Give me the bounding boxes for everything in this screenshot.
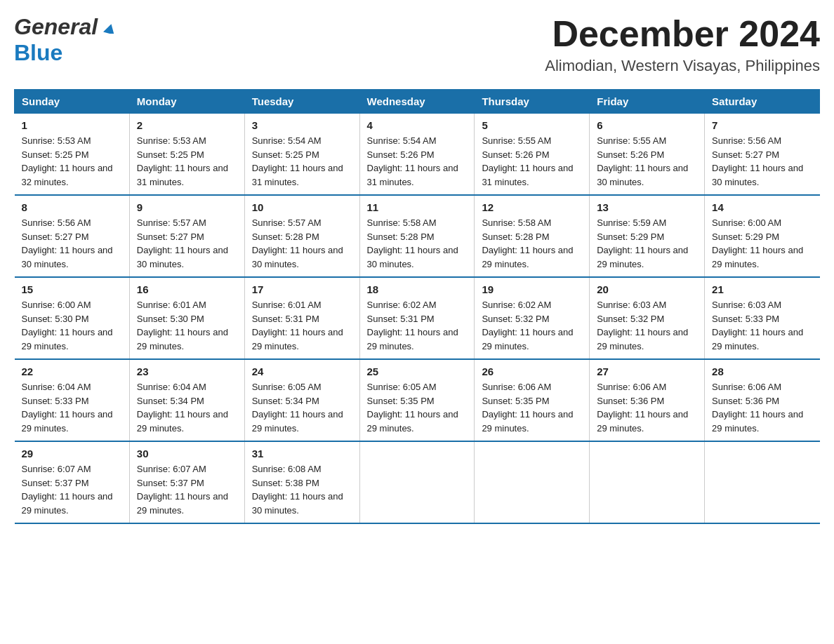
sunrise-label: Sunrise: 5:59 AM (597, 217, 666, 228)
sunrise-label: Sunrise: 5:54 AM (252, 135, 322, 146)
sunrise-label: Sunrise: 6:07 AM (22, 464, 91, 474)
sunrise-label: Sunrise: 5:55 AM (597, 135, 666, 146)
sunset-label: Sunset: 5:25 PM (137, 149, 204, 160)
day-number: 8 (22, 201, 122, 213)
sunrise-label: Sunrise: 6:04 AM (22, 382, 91, 392)
sunrise-label: Sunrise: 5:57 AM (252, 217, 322, 228)
logo-blue: Blue (14, 40, 62, 66)
sunset-label: Sunset: 5:29 PM (597, 232, 664, 242)
sunset-label: Sunset: 5:33 PM (712, 314, 779, 324)
day-number: 20 (597, 283, 697, 295)
daylight-label: Daylight: 11 hours and 31 minutes. (252, 163, 343, 187)
month-title: December 2024 (545, 14, 820, 54)
col-thursday: Thursday (475, 90, 590, 114)
calendar-cell: 3 Sunrise: 5:54 AM Sunset: 5:25 PM Dayli… (244, 114, 359, 196)
day-number: 2 (137, 119, 237, 131)
day-number: 3 (252, 119, 352, 131)
day-number: 6 (597, 119, 697, 131)
sunset-label: Sunset: 5:26 PM (367, 149, 435, 160)
day-info: Sunrise: 5:57 AM Sunset: 5:27 PM Dayligh… (137, 216, 237, 271)
col-friday: Friday (590, 90, 705, 114)
day-number: 17 (252, 283, 352, 295)
sunset-label: Sunset: 5:30 PM (137, 314, 204, 324)
day-number: 11 (367, 201, 468, 213)
calendar-cell: 17 Sunrise: 6:01 AM Sunset: 5:31 PM Dayl… (244, 277, 359, 359)
day-info: Sunrise: 6:05 AM Sunset: 5:34 PM Dayligh… (252, 380, 352, 435)
sunrise-label: Sunrise: 6:03 AM (712, 300, 781, 310)
day-info: Sunrise: 5:54 AM Sunset: 5:26 PM Dayligh… (367, 134, 468, 189)
day-number: 1 (22, 119, 122, 131)
daylight-label: Daylight: 11 hours and 29 minutes. (482, 245, 573, 269)
calendar-cell: 9 Sunrise: 5:57 AM Sunset: 5:27 PM Dayli… (129, 195, 244, 277)
calendar-cell (359, 441, 475, 523)
calendar-cell: 26 Sunrise: 6:06 AM Sunset: 5:35 PM Dayl… (475, 359, 590, 441)
calendar-cell: 18 Sunrise: 6:02 AM Sunset: 5:31 PM Dayl… (359, 277, 475, 359)
logo-general: General (14, 14, 98, 40)
sunset-label: Sunset: 5:28 PM (482, 232, 549, 242)
day-number: 23 (137, 365, 237, 377)
calendar-cell: 22 Sunrise: 6:04 AM Sunset: 5:33 PM Dayl… (15, 359, 130, 441)
calendar-cell (475, 441, 590, 523)
calendar-cell: 7 Sunrise: 5:56 AM Sunset: 5:27 PM Dayli… (705, 114, 820, 196)
calendar-week-3: 15 Sunrise: 6:00 AM Sunset: 5:30 PM Dayl… (15, 277, 820, 359)
svg-marker-0 (102, 24, 114, 34)
daylight-label: Daylight: 11 hours and 29 minutes. (22, 409, 113, 434)
sunset-label: Sunset: 5:34 PM (137, 396, 204, 406)
sunset-label: Sunset: 5:28 PM (252, 232, 319, 242)
day-info: Sunrise: 6:07 AM Sunset: 5:37 PM Dayligh… (22, 462, 122, 517)
sunset-label: Sunset: 5:37 PM (137, 478, 204, 488)
day-info: Sunrise: 6:08 AM Sunset: 5:38 PM Dayligh… (252, 462, 352, 517)
calendar-week-2: 8 Sunrise: 5:56 AM Sunset: 5:27 PM Dayli… (15, 195, 820, 277)
daylight-label: Daylight: 11 hours and 29 minutes. (597, 327, 688, 351)
sunrise-label: Sunrise: 6:06 AM (597, 382, 666, 392)
day-info: Sunrise: 6:00 AM Sunset: 5:30 PM Dayligh… (22, 298, 122, 353)
calendar-week-4: 22 Sunrise: 6:04 AM Sunset: 5:33 PM Dayl… (15, 359, 820, 441)
day-info: Sunrise: 5:53 AM Sunset: 5:25 PM Dayligh… (137, 134, 237, 189)
calendar-cell: 19 Sunrise: 6:02 AM Sunset: 5:32 PM Dayl… (475, 277, 590, 359)
day-info: Sunrise: 6:00 AM Sunset: 5:29 PM Dayligh… (712, 216, 812, 271)
sunset-label: Sunset: 5:33 PM (22, 396, 89, 406)
daylight-label: Daylight: 11 hours and 29 minutes. (367, 409, 458, 434)
calendar-cell: 29 Sunrise: 6:07 AM Sunset: 5:37 PM Dayl… (15, 441, 130, 523)
sunset-label: Sunset: 5:31 PM (367, 314, 435, 324)
day-number: 14 (712, 201, 812, 213)
daylight-label: Daylight: 11 hours and 29 minutes. (367, 327, 458, 351)
day-number: 27 (597, 365, 697, 377)
calendar-cell: 27 Sunrise: 6:06 AM Sunset: 5:36 PM Dayl… (590, 359, 705, 441)
day-number: 25 (367, 365, 468, 377)
calendar-cell: 5 Sunrise: 5:55 AM Sunset: 5:26 PM Dayli… (475, 114, 590, 196)
calendar-body: 1 Sunrise: 5:53 AM Sunset: 5:25 PM Dayli… (15, 114, 820, 524)
calendar-cell: 10 Sunrise: 5:57 AM Sunset: 5:28 PM Dayl… (244, 195, 359, 277)
sunset-label: Sunset: 5:36 PM (712, 396, 779, 406)
day-info: Sunrise: 5:59 AM Sunset: 5:29 PM Dayligh… (597, 216, 697, 271)
day-info: Sunrise: 5:56 AM Sunset: 5:27 PM Dayligh… (22, 216, 122, 271)
day-number: 15 (22, 283, 122, 295)
sunrise-label: Sunrise: 6:06 AM (482, 382, 551, 392)
day-number: 12 (482, 201, 582, 213)
calendar-cell: 15 Sunrise: 6:00 AM Sunset: 5:30 PM Dayl… (15, 277, 130, 359)
day-number: 7 (712, 119, 812, 131)
daylight-label: Daylight: 11 hours and 31 minutes. (367, 163, 458, 187)
sunset-label: Sunset: 5:30 PM (22, 314, 89, 324)
location-title: Alimodian, Western Visayas, Philippines (545, 57, 820, 75)
sunset-label: Sunset: 5:28 PM (367, 232, 435, 242)
daylight-label: Daylight: 11 hours and 29 minutes. (597, 245, 688, 269)
calendar-cell: 13 Sunrise: 5:59 AM Sunset: 5:29 PM Dayl… (590, 195, 705, 277)
sunrise-label: Sunrise: 5:58 AM (367, 217, 437, 228)
day-info: Sunrise: 5:56 AM Sunset: 5:27 PM Dayligh… (712, 134, 812, 189)
day-info: Sunrise: 6:03 AM Sunset: 5:32 PM Dayligh… (597, 298, 697, 353)
day-number: 5 (482, 119, 582, 131)
calendar-cell: 23 Sunrise: 6:04 AM Sunset: 5:34 PM Dayl… (129, 359, 244, 441)
day-number: 26 (482, 365, 582, 377)
day-info: Sunrise: 5:55 AM Sunset: 5:26 PM Dayligh… (482, 134, 582, 189)
calendar-cell: 8 Sunrise: 5:56 AM Sunset: 5:27 PM Dayli… (15, 195, 130, 277)
day-info: Sunrise: 6:04 AM Sunset: 5:34 PM Dayligh… (137, 380, 237, 435)
calendar-cell: 12 Sunrise: 5:58 AM Sunset: 5:28 PM Dayl… (475, 195, 590, 277)
daylight-label: Daylight: 11 hours and 30 minutes. (712, 163, 803, 187)
daylight-label: Daylight: 11 hours and 30 minutes. (252, 245, 343, 269)
sunset-label: Sunset: 5:34 PM (252, 396, 319, 406)
calendar-cell: 6 Sunrise: 5:55 AM Sunset: 5:26 PM Dayli… (590, 114, 705, 196)
daylight-label: Daylight: 11 hours and 32 minutes. (22, 163, 113, 187)
day-info: Sunrise: 6:01 AM Sunset: 5:31 PM Dayligh… (252, 298, 352, 353)
calendar-cell: 31 Sunrise: 6:08 AM Sunset: 5:38 PM Dayl… (244, 441, 359, 523)
